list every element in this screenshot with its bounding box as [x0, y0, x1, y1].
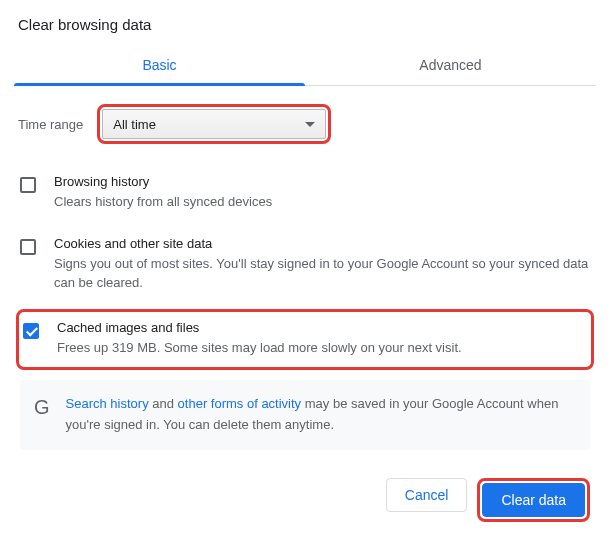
option-desc: Signs you out of most sites. You'll stay… — [54, 254, 590, 293]
info-text: Search history and other forms of activi… — [66, 394, 576, 436]
option-browsing-history: Browsing history Clears history from all… — [14, 164, 596, 226]
time-range-select[interactable]: All time — [102, 109, 326, 139]
clear-data-button[interactable]: Clear data — [482, 483, 585, 517]
option-cookies: Cookies and other site data Signs you ou… — [14, 226, 596, 307]
link-search-history[interactable]: Search history — [66, 396, 149, 411]
dialog-actions: Cancel Clear data — [14, 450, 596, 528]
checkbox-browsing-history[interactable] — [20, 177, 36, 193]
tab-basic[interactable]: Basic — [14, 47, 305, 85]
dialog-title: Clear browsing data — [14, 0, 596, 47]
tabs: Basic Advanced — [14, 47, 596, 86]
highlight-box-clear-data: Clear data — [477, 478, 590, 522]
cancel-button[interactable]: Cancel — [386, 478, 468, 512]
option-desc: Frees up 319 MB. Some sites may load mor… — [57, 338, 587, 358]
checkbox-cached[interactable] — [23, 323, 39, 339]
link-other-activity[interactable]: other forms of activity — [178, 396, 302, 411]
tab-advanced[interactable]: Advanced — [305, 47, 596, 85]
time-range-label: Time range — [18, 117, 83, 132]
highlight-box-time-range: All time — [97, 104, 331, 144]
chevron-down-icon — [305, 122, 315, 127]
option-title: Browsing history — [54, 174, 590, 189]
option-desc: Clears history from all synced devices — [54, 192, 590, 212]
google-account-info: G Search history and other forms of acti… — [20, 380, 590, 450]
time-range-row: Time range All time — [14, 86, 596, 164]
checkbox-cookies[interactable] — [20, 239, 36, 255]
option-title: Cached images and files — [57, 320, 587, 335]
clear-browsing-data-dialog: Clear browsing data Basic Advanced Time … — [0, 0, 610, 542]
google-icon: G — [34, 396, 50, 419]
option-cached: Cached images and files Frees up 319 MB.… — [16, 309, 594, 371]
time-range-value: All time — [113, 117, 156, 132]
option-title: Cookies and other site data — [54, 236, 590, 251]
